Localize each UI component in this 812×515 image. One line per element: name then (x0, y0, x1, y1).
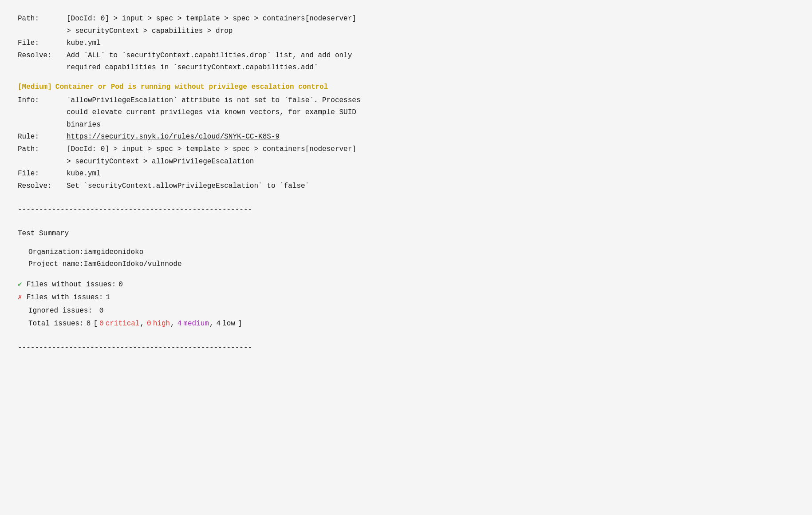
divider2: ----------------------------------------… (18, 342, 794, 354)
section1-file-label: File: (18, 38, 67, 49)
section1-file-row: File: kube.yml (18, 38, 794, 49)
section2-rule-row: Rule: https://security.snyk.io/rules/clo… (18, 131, 794, 143)
section2-info-value3: binaries (67, 119, 794, 131)
summary-org-block: Organization: iamgideonidoko Project nam… (28, 247, 794, 270)
section2-file-row: File: kube.yml (18, 168, 794, 180)
section1-resolve-value1: Add `ALL` to `securityContext.capabiliti… (67, 50, 794, 62)
files-with-label: Files with issues: (27, 292, 103, 304)
low-count: 4 (217, 318, 221, 330)
summary-org-label: Organization: (28, 247, 84, 258)
summary-project-label: Project name: (28, 259, 84, 270)
section2-info-spacer2 (18, 119, 67, 131)
critical-count: 0 (99, 318, 104, 330)
check-icon: ✔ (18, 279, 22, 291)
ignored-label: Ignored issues: (28, 307, 92, 315)
section2-info-value2: could elevate current privileges via kno… (67, 107, 794, 119)
section1-path-value1: [DocId: 0] > input > spec > template > s… (67, 13, 794, 25)
divider1: ----------------------------------------… (18, 204, 794, 216)
comma3: , (209, 318, 214, 330)
files-without-label: Files without issues: (27, 279, 116, 291)
total-count: 8 (87, 318, 91, 330)
section1-path-spacer (18, 26, 67, 37)
summary-org-row: Organization: iamgideonidoko (28, 247, 794, 258)
section1-resolve-row1: Resolve: Add `ALL` to `securityContext.c… (18, 50, 794, 62)
section1-path-value2: > securityContext > capabilities > drop (67, 26, 794, 37)
comma1: , (140, 318, 144, 330)
ignored-value: 0 (99, 307, 104, 315)
section2-rule-link[interactable]: https://security.snyk.io/rules/cloud/SNY… (67, 131, 794, 143)
section2-block: [Medium] Container or Pod is running wit… (18, 82, 794, 192)
section1-path-label: Path: (18, 13, 67, 25)
high-count: 0 (147, 318, 151, 330)
section2-info-row2: could elevate current privileges via kno… (18, 107, 794, 119)
section1-block: Path: [DocId: 0] > input > spec > templa… (18, 13, 794, 74)
section2-info-value1: `allowPrivilegeEscalation` attribute is … (67, 95, 794, 107)
section1-resolve-row2: required capabilities in `securityContex… (18, 62, 794, 74)
section2-severity-line: [Medium] Container or Pod is running wit… (18, 82, 794, 93)
section1-resolve-spacer (18, 62, 67, 74)
summary-project-value: IamGideonIdoko/vulnnode (84, 259, 794, 270)
section2-resolve-value: Set `securityContext.allowPrivilegeEscal… (67, 181, 794, 192)
total-issues-line: Total issues: 8 [ 0 critical , 0 high , … (18, 318, 794, 330)
section2-path-value2: > securityContext > allowPrivilegeEscala… (67, 156, 794, 168)
summary-project-row: Project name: IamGideonIdoko/vulnnode (28, 259, 794, 270)
main-content: Path: [DocId: 0] > input > spec > templa… (18, 13, 794, 354)
section2-resolve-row: Resolve: Set `securityContext.allowPrivi… (18, 181, 794, 192)
high-label: high (153, 318, 170, 330)
comma2: , (170, 318, 175, 330)
section1-path-row2: > securityContext > capabilities > drop (18, 26, 794, 37)
section2-resolve-label: Resolve: (18, 181, 67, 192)
ignored-issues-line: Ignored issues: 0 (18, 305, 794, 317)
summary-org-value: iamgideonidoko (84, 247, 794, 258)
section1-path-row: Path: [DocId: 0] > input > spec > templa… (18, 13, 794, 25)
files-with-issues-line: ✗ Files with issues: 1 (18, 292, 794, 304)
section2-info-row3: binaries (18, 119, 794, 131)
section2-file-label: File: (18, 168, 67, 180)
section2-path-row1: Path: [DocId: 0] > input > spec > templa… (18, 144, 794, 155)
severity-badge: [Medium] (18, 82, 52, 93)
section2-file-value: kube.yml (67, 168, 794, 180)
medium-count: 4 (177, 318, 182, 330)
medium-label: medium (183, 318, 209, 330)
files-without-value: 0 (118, 279, 123, 291)
bracket-open: [ (93, 318, 98, 330)
summary-title: Test Summary (18, 228, 794, 240)
files-with-value: 1 (106, 292, 110, 304)
section1-resolve-label: Resolve: (18, 50, 67, 62)
section2-path-spacer (18, 156, 67, 168)
bracket-close: ] (238, 318, 242, 330)
section2-path-row2: > securityContext > allowPrivilegeEscala… (18, 156, 794, 168)
section2-info-spacer1 (18, 107, 67, 119)
section2-info-label: Info: (18, 95, 67, 107)
critical-label: critical (106, 318, 140, 330)
total-label: Total issues: (28, 318, 84, 330)
section2-title: Container or Pod is running without priv… (55, 82, 328, 93)
section1-resolve-value2: required capabilities in `securityContex… (67, 62, 794, 74)
test-summary-section: Test Summary Organization: iamgideonidok… (18, 228, 794, 330)
section2-info-row1: Info: `allowPrivilegeEscalation` attribu… (18, 95, 794, 107)
x-icon: ✗ (18, 292, 22, 304)
section2-path-label: Path: (18, 144, 67, 155)
section1-file-value: kube.yml (67, 38, 794, 49)
files-without-issues-line: ✔ Files without issues: 0 (18, 279, 794, 291)
section2-rule-label: Rule: (18, 131, 67, 143)
section2-path-value1: [DocId: 0] > input > spec > template > s… (67, 144, 794, 155)
low-label: low (222, 318, 235, 330)
